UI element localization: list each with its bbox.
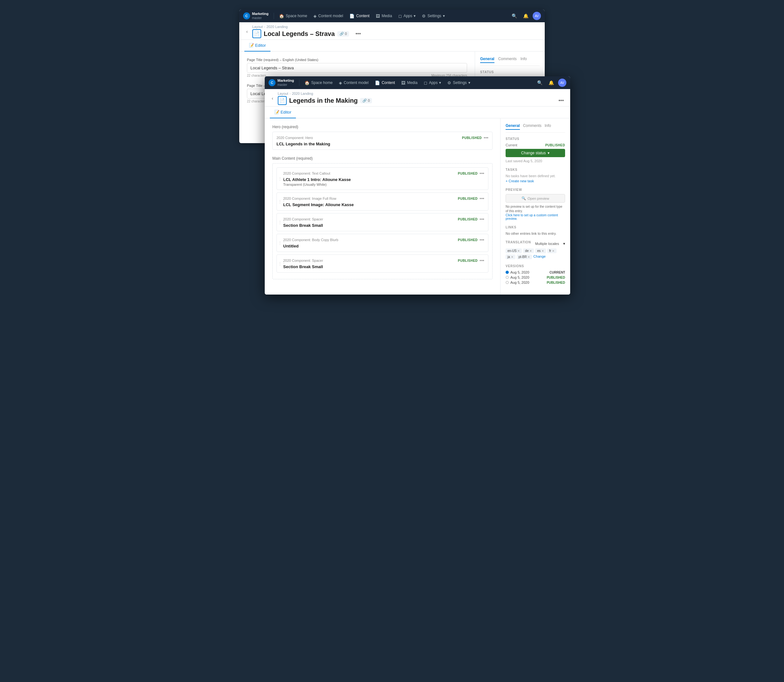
- content-icon-top: 📄: [375, 80, 380, 85]
- panel-tab-general-bottom[interactable]: General: [480, 57, 494, 63]
- nav-media[interactable]: 🖼 Media: [373, 13, 395, 20]
- remove-locale-ja[interactable]: ✕: [511, 255, 513, 259]
- hero-section: Hero (required) 2020 Component: Hero PUB…: [272, 125, 492, 150]
- card-spacer-2[interactable]: ⋮⋮ 2020 Component: Spacer PUBLISHED ••• …: [277, 255, 488, 272]
- create-task-link[interactable]: + Create new task: [505, 179, 565, 183]
- tab-editor-bottom[interactable]: 📝 Editor: [244, 40, 271, 51]
- locale-ja: ja ✕: [505, 255, 515, 259]
- media-icon: 🖼: [376, 14, 380, 18]
- nav-apps[interactable]: ◻ Apps ▾: [396, 13, 418, 20]
- version-2: Aug 5, 2020 PUBLISHED: [505, 276, 565, 279]
- nav-content-top[interactable]: 📄 Content: [372, 79, 397, 86]
- notifications-button[interactable]: 🔔: [521, 11, 530, 20]
- panel-tab-general-top[interactable]: General: [505, 123, 520, 130]
- remove-locale-es[interactable]: ✕: [542, 249, 544, 253]
- home-icon: 🏠: [279, 14, 284, 18]
- last-saved-top: Last saved Aug 5, 2020: [505, 159, 565, 163]
- back-button-bottom[interactable]: ‹: [244, 28, 250, 35]
- more-options-top[interactable]: •••: [557, 96, 565, 105]
- card-1-type: 2020 Component: Text Callout: [283, 172, 330, 175]
- user-avatar[interactable]: AV: [533, 12, 541, 20]
- tabs-bar-top: 📝 Editor: [265, 107, 570, 118]
- user-avatar-top[interactable]: AV: [558, 78, 566, 87]
- hero-card-more[interactable]: •••: [484, 135, 488, 140]
- nav-space-home-top[interactable]: 🏠 Space home: [302, 79, 335, 86]
- card-5-title: Section Break Small: [283, 265, 484, 269]
- card-5-type: 2020 Component: Spacer: [283, 259, 323, 263]
- card-image-full-row[interactable]: ⋮⋮ 2020 Component: Image Full Row PUBLIS…: [277, 193, 488, 210]
- nav-content-model[interactable]: ◈ Content model: [311, 13, 346, 20]
- subheader-top: ‹ Layout › 2020 Landing 📄 Legends in the…: [265, 89, 570, 107]
- drag-handle-1[interactable]: ⋮⋮: [278, 177, 286, 181]
- locale-de: de ✕: [523, 249, 534, 253]
- back-button-top[interactable]: ‹: [270, 95, 275, 102]
- card-1-more[interactable]: •••: [480, 171, 484, 176]
- nav-content[interactable]: 📄 Content: [347, 13, 372, 20]
- card-2-more[interactable]: •••: [480, 196, 484, 201]
- field-page-title-en: Page Title (required) – English (United …: [247, 58, 467, 77]
- change-locales-link[interactable]: Change: [533, 255, 546, 259]
- search-button-top[interactable]: 🔍: [535, 78, 544, 87]
- nav-media-top[interactable]: 🖼 Media: [399, 79, 420, 86]
- hero-card[interactable]: 2020 Component: Hero PUBLISHED ••• LCL L…: [272, 132, 492, 150]
- tab-editor-top[interactable]: 📝 Editor: [270, 107, 296, 118]
- drag-handle-4[interactable]: ⋮⋮: [278, 241, 286, 245]
- char-count-en: 22 characters: [247, 74, 266, 77]
- remove-locale-pt-br[interactable]: ✕: [527, 255, 530, 259]
- card-text-callout[interactable]: ⋮⋮ 2020 Component: Text Callout PUBLISHE…: [277, 167, 488, 190]
- link-badge-top[interactable]: 🔗 0: [360, 98, 372, 104]
- notifications-button-top[interactable]: 🔔: [547, 78, 556, 87]
- card-4-title: Untitled: [283, 244, 484, 249]
- card-body-copy[interactable]: ⋮⋮ 2020 Component: Body Copy Blurb PUBLI…: [277, 234, 488, 252]
- preview-setup-link[interactable]: Click here to set up a custom content pr…: [505, 214, 565, 220]
- card-spacer-1[interactable]: ⋮⋮ 2020 Component: Spacer PUBLISHED ••• …: [277, 213, 488, 231]
- remove-locale-de[interactable]: ✕: [529, 249, 532, 253]
- home-icon-top: 🏠: [304, 80, 309, 85]
- link-badge-bottom[interactable]: 🔗 0: [337, 31, 349, 37]
- links-section: LINKS No other entries link to this entr…: [505, 226, 565, 236]
- drag-handle-3[interactable]: ⋮⋮: [278, 220, 286, 225]
- card-3-more[interactable]: •••: [480, 217, 484, 222]
- card-4-more[interactable]: •••: [480, 237, 484, 242]
- brand-top[interactable]: C Marketing master: [269, 78, 294, 86]
- change-status-btn-top[interactable]: Change status ▾: [505, 149, 565, 157]
- drag-handle-5[interactable]: ⋮⋮: [278, 261, 286, 266]
- drag-handle-2[interactable]: ⋮⋮: [278, 199, 286, 204]
- nav-settings[interactable]: ⚙ Settings ▾: [419, 13, 447, 20]
- main-content-label: Main Content (required): [272, 156, 492, 161]
- brand-branch: master: [252, 16, 269, 20]
- nav-content-model-top[interactable]: ◈ Content model: [336, 79, 371, 86]
- panel-tab-comments-top[interactable]: Comments: [523, 123, 542, 130]
- search-button[interactable]: 🔍: [510, 11, 519, 20]
- more-options-bottom[interactable]: •••: [354, 30, 362, 38]
- entry-icon-bottom: 📄: [252, 29, 261, 38]
- media-icon-top: 🖼: [401, 80, 405, 85]
- content-model-icon: ◈: [313, 14, 317, 18]
- nav-apps-top[interactable]: ◻ Apps ▾: [421, 79, 443, 86]
- status-value-top: PUBLISHED: [545, 143, 565, 147]
- entry-icon-top: 📄: [278, 96, 287, 105]
- card-5-more[interactable]: •••: [480, 258, 484, 263]
- nav-settings-top[interactable]: ⚙ Settings ▾: [445, 79, 473, 86]
- field-input-en[interactable]: [247, 63, 467, 73]
- main-content-section: Main Content (required) ⋮⋮ 2020 Componen…: [272, 156, 492, 279]
- card-2-type: 2020 Component: Image Full Row: [283, 197, 336, 201]
- remove-locale-fr[interactable]: ✕: [552, 249, 555, 253]
- content-model-icon-top: ◈: [339, 80, 342, 85]
- brand-logo: C: [243, 13, 250, 19]
- breadcrumb-bottom: Layout › 2020 Landing: [252, 25, 362, 29]
- version-radio-3[interactable]: [505, 281, 509, 284]
- panel-tab-comments-bottom[interactable]: Comments: [498, 57, 517, 63]
- remove-locale-en-us[interactable]: ✕: [517, 249, 520, 253]
- panel-tab-info-bottom[interactable]: Info: [521, 57, 527, 63]
- nav-space-home[interactable]: 🏠 Space home: [277, 13, 309, 20]
- panel-tab-info-top[interactable]: Info: [545, 123, 551, 130]
- hero-section-label: Hero (required): [272, 125, 492, 129]
- card-2-title: LCL Segment Image: Alioune Kasse: [283, 202, 484, 207]
- version-radio-1[interactable]: [505, 271, 509, 274]
- brand[interactable]: C Marketing master: [243, 12, 269, 20]
- brand-name-top: Marketing: [277, 78, 294, 83]
- translation-section: TRANSLATION Multiple locales ▾ en-US ✕ d…: [505, 241, 565, 259]
- preview-note: No preview is set up for the content typ…: [505, 204, 565, 214]
- version-radio-2[interactable]: [505, 276, 509, 279]
